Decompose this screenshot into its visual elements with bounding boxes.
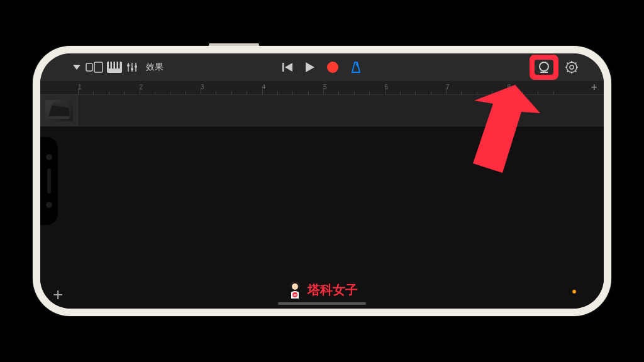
phone-power-button <box>209 43 259 46</box>
watermark: 3C 塔科女子 <box>286 280 358 300</box>
content-area: 12345678 + + 3C 塔科女子 <box>40 81 604 309</box>
toolbar-right-group <box>530 55 579 80</box>
svg-rect-4 <box>109 62 111 69</box>
svg-rect-7 <box>118 62 120 69</box>
svg-point-11 <box>131 68 133 70</box>
svg-text:3C: 3C <box>293 293 296 297</box>
svg-marker-16 <box>306 62 314 72</box>
svg-rect-2 <box>94 62 103 72</box>
piano-icon <box>45 100 73 121</box>
svg-rect-14 <box>282 63 284 72</box>
svg-rect-6 <box>115 62 117 69</box>
phone-notch <box>40 137 58 225</box>
status-indicator-dot <box>572 290 576 293</box>
svg-rect-31 <box>49 116 69 119</box>
toolbar-left-group: 效果 <box>72 62 164 73</box>
fx-button[interactable]: 效果 <box>146 62 164 73</box>
svg-point-17 <box>327 62 338 73</box>
home-indicator[interactable] <box>278 302 366 305</box>
svg-point-9 <box>127 64 130 67</box>
track-row <box>40 95 604 126</box>
svg-line-29 <box>567 70 569 72</box>
watermark-text: 塔科女子 <box>308 282 358 299</box>
phone-frame: 效果 <box>33 46 611 316</box>
settings-button[interactable] <box>565 60 579 74</box>
add-track-button[interactable]: + <box>53 285 63 305</box>
metronome-button[interactable] <box>350 61 362 74</box>
phone-screen: 效果 <box>40 53 604 309</box>
app-toolbar: 效果 <box>40 53 604 81</box>
svg-line-30 <box>575 63 576 64</box>
empty-tracks-area[interactable]: + 3C 塔科女子 <box>40 126 604 309</box>
instrument-button[interactable] <box>107 62 122 73</box>
svg-rect-5 <box>112 62 114 69</box>
mixer-button[interactable] <box>126 62 138 73</box>
track-lane[interactable] <box>78 95 604 126</box>
view-mode-button[interactable] <box>86 62 103 73</box>
svg-point-13 <box>135 65 137 68</box>
timeline-ruler[interactable]: 12345678 + <box>40 81 604 95</box>
dropdown-button[interactable] <box>72 63 82 71</box>
play-button[interactable] <box>305 62 315 73</box>
watermark-avatar-icon: 3C <box>286 280 304 300</box>
rewind-button[interactable] <box>282 62 294 72</box>
transport-controls <box>282 61 362 74</box>
add-section-button[interactable]: + <box>591 81 597 94</box>
track-header[interactable] <box>40 95 78 126</box>
svg-point-19 <box>540 62 548 71</box>
loop-button-highlight <box>530 55 558 80</box>
svg-line-27 <box>567 63 569 64</box>
svg-line-28 <box>575 70 576 72</box>
svg-marker-15 <box>285 63 292 72</box>
loop-button[interactable] <box>535 60 553 75</box>
svg-rect-1 <box>86 63 92 71</box>
svg-point-22 <box>570 65 574 69</box>
svg-marker-0 <box>73 65 80 70</box>
svg-point-33 <box>292 283 298 290</box>
record-button[interactable] <box>326 61 339 74</box>
